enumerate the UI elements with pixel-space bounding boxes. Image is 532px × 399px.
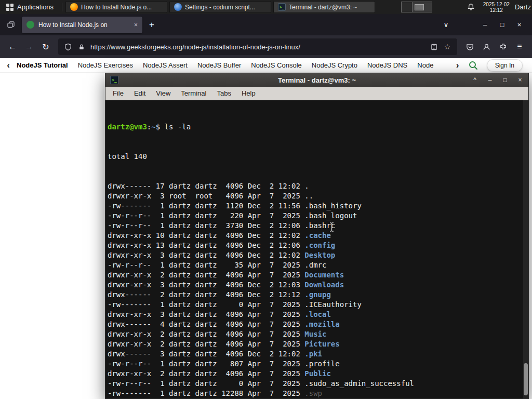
file-meta: drwxr-xr-x 2 dartz dartz 4096 Apr 7 2025	[108, 330, 304, 338]
lock-icon[interactable]	[77, 42, 86, 52]
file-meta: -rw------- 1 dartz dartz 12288 Apr 7 202…	[108, 389, 304, 397]
terminal-maximize-button[interactable]: □	[501, 76, 509, 84]
site-nav-item[interactable]: NodeJS Assert	[143, 61, 188, 69]
new-tab-button[interactable]: +	[144, 18, 159, 32]
file-name: .config	[304, 241, 335, 249]
workspace-2[interactable]	[413, 2, 432, 12]
file-meta: drwxr-xr-x 3 root root 4096 Apr 7 2025	[108, 192, 304, 200]
sign-in-button[interactable]: Sign In	[487, 59, 523, 72]
forward-button[interactable]: →	[21, 39, 37, 55]
terminal-menu-terminal[interactable]: Terminal	[176, 88, 211, 99]
file-meta: drwxr-xr-x 13 dartz dartz 4096 Dec 2 12:…	[108, 241, 304, 249]
reload-button[interactable]: ↻	[37, 39, 54, 55]
clock[interactable]: 2025-12-02 12:12	[483, 2, 510, 13]
file-name: .cache	[304, 231, 331, 240]
file-meta: drwxr-xr-x 3 dartz dartz 4096 Apr 7 2025	[108, 310, 304, 318]
minimize-button[interactable]: –	[476, 17, 494, 32]
site-nav-item[interactable]: NodeJS Console	[251, 61, 302, 69]
url-text[interactable]: https://www.geeksforgeeks.org/node-js/in…	[90, 43, 425, 51]
terminal-close-button[interactable]: ×	[516, 76, 524, 84]
file-meta: -rw-r--r-- 1 dartz dartz 0 Apr 7 2025	[108, 379, 304, 388]
terminal-menu-edit[interactable]: Edit	[129, 88, 150, 99]
list-all-tabs-icon[interactable]: ∨	[437, 17, 455, 32]
terminal-menubar: FileEditViewTerminalTabsHelp	[105, 87, 528, 100]
terminal-screen[interactable]: dartz@vm3:~$ ls -la total 140 drwx------…	[105, 100, 528, 398]
site-nav-item[interactable]: NodeJS Tutorial	[17, 61, 68, 69]
file-meta: drwxr-xr-x 3 dartz dartz 4096 Dec 2 12:0…	[108, 281, 304, 289]
reader-view-icon[interactable]	[429, 42, 438, 52]
tracking-protection-shield-icon[interactable]	[63, 42, 73, 52]
applications-menu-button[interactable]: Applications	[0, 0, 60, 14]
site-nav-item[interactable]: NodeJS Buffer	[197, 61, 241, 69]
terminal-titlebar[interactable]: Terminal - dartz@vm3: ~ >_ ^ – □ ×	[105, 73, 528, 87]
terminal-title: Terminal - dartz@vm3: ~	[105, 76, 528, 84]
menu-hamburger-icon[interactable]: ≡	[511, 39, 528, 55]
workspace-pager[interactable]	[401, 2, 432, 12]
back-button[interactable]: ←	[4, 39, 21, 55]
nav-scroll-right-icon[interactable]: ›	[453, 60, 463, 71]
desktop: Applications How to Install Node.js o...…	[0, 0, 532, 399]
maximize-button[interactable]: □	[494, 17, 511, 32]
file-meta: -rw-r--r-- 1 dartz dartz 220 Apr 7 2025	[108, 211, 304, 220]
prompt-path: ~	[151, 123, 155, 131]
terminal-output: drwx------ 17 dartz dartz 4096 Dec 2 12:…	[108, 181, 521, 398]
taskbar-button[interactable]: >_Terminal - dartz@vm3: ~	[273, 1, 375, 13]
bookmark-star-icon[interactable]: ☆	[443, 42, 452, 52]
firefox-view-icon[interactable]	[4, 18, 18, 32]
file-name: Music	[304, 330, 326, 338]
terminal-total-line: total 140	[108, 152, 521, 162]
search-icon[interactable]	[468, 60, 478, 71]
file-name: .sudo_as_admin_successful	[304, 379, 414, 388]
browser-tab[interactable]: How to Install Node.js on ×	[22, 17, 142, 33]
taskbar-button[interactable]: Settings - codium script...	[169, 1, 271, 13]
close-button[interactable]: ×	[511, 17, 528, 32]
terminal-minimize-button[interactable]: –	[486, 76, 494, 84]
window-controls: ∨ – □ ×	[437, 17, 528, 32]
scrollbar-thumb[interactable]	[524, 363, 528, 395]
file-name: .	[304, 182, 309, 190]
tab-close-icon[interactable]: ×	[134, 21, 138, 29]
terminal-menu-file[interactable]: File	[108, 88, 128, 99]
tab-bar: How to Install Node.js on × + ∨ – □ ×	[0, 14, 532, 35]
terminal-menu-tabs[interactable]: Tabs	[212, 88, 235, 99]
file-meta: drwxr-xr-x 2 dartz dartz 4096 Apr 7 2025	[108, 340, 304, 348]
terminal-menu-help[interactable]: Help	[237, 88, 260, 99]
clock-time: 12:12	[483, 7, 510, 13]
terminal-line: drwx------ 2 dartz dartz 4096 Dec 2 12:1…	[108, 290, 521, 300]
site-nav-item[interactable]: Node	[417, 61, 433, 69]
extensions-icon[interactable]	[495, 39, 511, 55]
mouse-cursor-ibeam	[329, 222, 335, 234]
terminal-icon: >_	[278, 3, 286, 11]
file-meta: -rw-r--r-- 1 dartz dartz 3730 Dec 2 12:0…	[108, 221, 304, 230]
pocket-icon[interactable]	[461, 39, 478, 55]
firefox-icon	[70, 3, 78, 11]
nav-scroll-left-icon[interactable]: ‹	[3, 60, 14, 71]
workspace-1[interactable]	[402, 2, 413, 12]
site-subnav: ‹ NodeJS TutorialNodeJS ExercisesNodeJS …	[0, 58, 532, 73]
terminal-window-icon: >_	[110, 76, 118, 84]
file-name: Public	[304, 369, 331, 378]
terminal-line: drwxr-xr-x 3 dartz dartz 4096 Dec 2 12:0…	[108, 280, 521, 290]
file-name: Desktop	[304, 251, 335, 259]
file-meta: drwx------ 4 dartz dartz 4096 Apr 7 2025	[108, 320, 304, 328]
notifications-bell-icon[interactable]	[464, 0, 478, 14]
applications-icon	[6, 4, 14, 11]
shade-button[interactable]: ^	[471, 76, 478, 84]
terminal-menu-view[interactable]: View	[151, 88, 175, 99]
file-name: .profile	[304, 360, 339, 368]
site-nav-item[interactable]: NodeJS Crypto	[312, 61, 357, 69]
terminal-line: drwxr-xr-x 2 dartz dartz 4096 Apr 7 2025…	[108, 339, 521, 349]
file-name: .bash_history	[304, 202, 362, 210]
taskbar-button[interactable]: How to Install Node.js o...	[65, 1, 167, 13]
site-nav-item[interactable]: NodeJS Exercises	[78, 61, 133, 69]
file-name: Pictures	[304, 340, 339, 348]
account-icon[interactable]	[478, 39, 495, 55]
prompt-symbol: $	[156, 123, 165, 131]
terminal-window-controls: ^ – □ ×	[471, 76, 524, 84]
terminal-scrollbar[interactable]	[523, 100, 528, 398]
url-bar[interactable]: https://www.geeksforgeeks.org/node-js/in…	[58, 38, 457, 55]
site-nav-item[interactable]: NodeJS DNS	[367, 61, 407, 69]
file-name: .bash_logout	[304, 211, 357, 220]
applications-label: Applications	[17, 3, 54, 11]
panel-username: Dartz	[515, 3, 531, 11]
